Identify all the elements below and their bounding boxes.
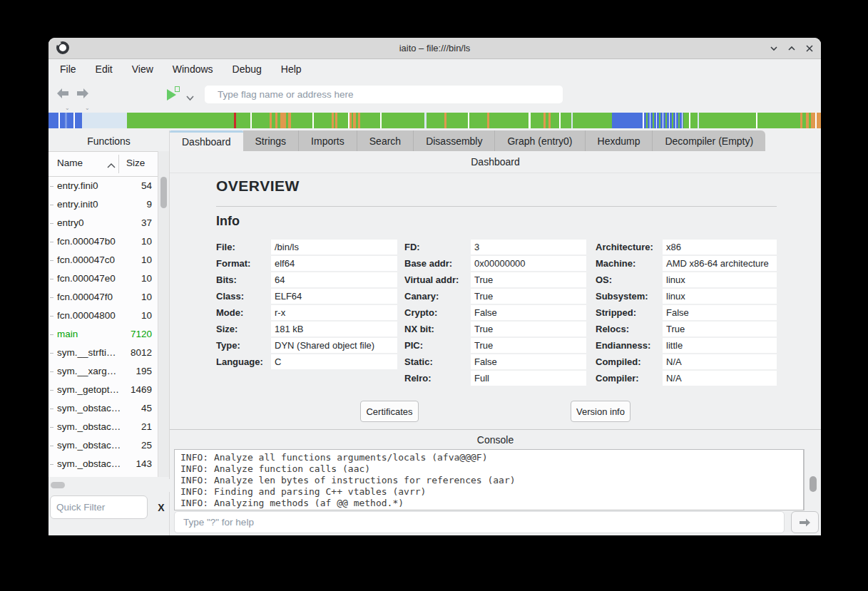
minimap-segment[interactable]	[531, 113, 543, 128]
tab-imports[interactable]: Imports	[299, 130, 357, 151]
minimap-segment[interactable]	[75, 113, 82, 128]
minimap-segment[interactable]	[382, 113, 424, 128]
console-command-input[interactable]	[174, 511, 785, 533]
close-icon[interactable]	[804, 43, 815, 54]
minimap-segment[interactable]	[573, 113, 612, 128]
tab-graph-entry0[interactable]: Graph (entry0)	[495, 130, 585, 151]
function-row[interactable]: sym.__strfti…8012	[48, 344, 158, 362]
function-name: sym._obstac…	[57, 403, 121, 413]
console-send-button[interactable]	[791, 511, 819, 533]
minimap-segment[interactable]	[446, 113, 468, 128]
quick-filter-input[interactable]	[50, 495, 148, 519]
sort-ascending-icon[interactable]	[107, 160, 116, 171]
console-scrollbar[interactable]	[804, 449, 821, 510]
minimap-segment[interactable]	[612, 113, 643, 128]
functions-scrollbar-vertical[interactable]	[158, 151, 169, 477]
function-row[interactable]: fcn.000047e010	[48, 269, 158, 288]
function-name: sym._obstac…	[57, 440, 121, 451]
minimap-segment[interactable]	[60, 113, 65, 128]
function-size: 9	[146, 199, 152, 210]
function-row[interactable]: fcn.000047f010	[48, 288, 158, 307]
minimap-segment[interactable]	[699, 113, 756, 128]
function-row[interactable]: entry037	[48, 214, 158, 232]
debug-play-icon[interactable]	[167, 88, 180, 101]
console-log-line: INFO: Analyze all functions arguments/lo…	[180, 452, 803, 463]
minimap-segment[interactable]	[551, 113, 559, 128]
address-minimap[interactable]	[48, 113, 821, 128]
minimap-segment[interactable]	[817, 113, 821, 128]
minimap-segment[interactable]	[236, 113, 250, 128]
info-label: Type:	[216, 340, 240, 351]
info-value: False	[471, 354, 586, 369]
minimap-segment[interactable]	[360, 113, 380, 128]
function-size: 10	[141, 292, 152, 302]
minimap-segment[interactable]	[469, 113, 487, 128]
debug-options-chevron-icon[interactable]	[185, 91, 195, 104]
function-row[interactable]: fcn.000047b010	[48, 232, 158, 251]
minimap-segment[interactable]	[561, 113, 571, 128]
function-row[interactable]: sym._obstac…21	[48, 418, 158, 436]
tab-hexdump[interactable]: Hexdump	[586, 130, 653, 151]
function-size: 10	[141, 273, 152, 284]
menu-item-file[interactable]: File	[60, 63, 76, 75]
function-row[interactable]: sym._obstac…45	[48, 399, 158, 418]
minimap-segment[interactable]	[82, 113, 127, 128]
forward-dropdown-icon[interactable]: ⌄	[85, 105, 90, 111]
back-dropdown-icon[interactable]: ⌄	[65, 105, 70, 111]
title-bar[interactable]: iaito – file:///bin/ls	[48, 38, 821, 59]
functions-scrollbar-horizontal[interactable]	[48, 479, 170, 492]
minimap-segment[interactable]	[314, 113, 332, 128]
minimap-segment[interactable]	[683, 113, 689, 128]
window-title: iaito – file:///bin/ls	[48, 43, 821, 53]
minimap-segment[interactable]	[337, 113, 348, 128]
info-value: True	[471, 322, 586, 336]
maximize-icon[interactable]	[786, 43, 797, 54]
menu-item-debug[interactable]: Debug	[233, 63, 262, 75]
minimize-icon[interactable]	[768, 43, 780, 54]
info-value: elf64	[271, 256, 397, 271]
minimap-segment[interactable]	[644, 113, 683, 128]
minimap-segment[interactable]	[291, 113, 312, 128]
function-row[interactable]: sym._obstac…25	[48, 436, 158, 455]
tab-dashboard[interactable]: Dashboard	[170, 130, 243, 151]
tab-decompiler-empty[interactable]: Decompiler (Empty)	[653, 130, 765, 151]
column-header-size[interactable]: Size	[126, 158, 145, 168]
function-row[interactable]: fcn.0000480010	[48, 307, 158, 325]
menu-item-help[interactable]: Help	[281, 63, 302, 75]
function-row[interactable]: entry.fini054	[48, 177, 158, 195]
info-label: Size:	[216, 324, 238, 334]
function-row[interactable]: main7120	[48, 325, 158, 344]
function-row[interactable]: fcn.000047c010	[48, 251, 158, 269]
menu-item-view[interactable]: View	[132, 63, 153, 75]
minimap-segment[interactable]	[757, 113, 800, 128]
tab-strings[interactable]: Strings	[243, 130, 300, 151]
tab-search[interactable]: Search	[357, 130, 414, 151]
function-row[interactable]: sym._getopt…1469	[48, 381, 158, 399]
minimap-segment[interactable]	[127, 113, 234, 128]
forward-button-icon[interactable]: ⌄	[76, 88, 90, 102]
clear-filter-button[interactable]: X	[152, 497, 170, 518]
minimap-segment[interactable]	[280, 113, 286, 128]
minimap-segment[interactable]	[48, 113, 58, 128]
menu-item-edit[interactable]: Edit	[96, 63, 113, 75]
info-label: Relocs:	[596, 324, 629, 334]
info-label: PIC:	[404, 340, 423, 351]
minimap-segment[interactable]	[489, 113, 529, 128]
function-row[interactable]: entry.init09	[48, 195, 158, 214]
function-name: main	[57, 329, 78, 339]
address-search-input[interactable]	[205, 86, 563, 103]
info-label: Compiler:	[596, 373, 639, 384]
minimap-segment[interactable]	[67, 113, 73, 128]
column-header-name[interactable]: Name	[57, 158, 83, 168]
function-row[interactable]: sym._obstac…143	[48, 455, 158, 473]
menu-item-windows[interactable]: Windows	[173, 63, 213, 75]
version-info-button[interactable]: Version info	[571, 401, 630, 422]
minimap-segment[interactable]	[252, 113, 270, 128]
back-button-icon[interactable]: ⌄	[56, 88, 70, 102]
minimap-segment[interactable]	[690, 113, 698, 128]
function-name: sym._obstac…	[57, 458, 121, 469]
certificates-button[interactable]: Certificates	[360, 401, 419, 422]
tab-disassembly[interactable]: Disassembly	[414, 130, 495, 151]
function-row[interactable]: sym.__xarg…195	[48, 362, 158, 381]
minimap-segment[interactable]	[427, 113, 444, 128]
